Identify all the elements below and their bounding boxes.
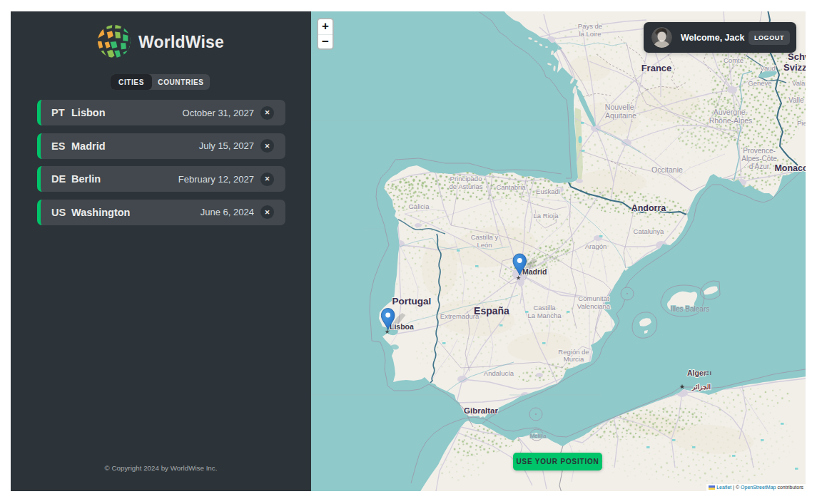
svg-text:Principado: Principado xyxy=(450,175,482,182)
svg-text:Galicia: Galicia xyxy=(408,202,430,210)
svg-text:Portugal: Portugal xyxy=(392,296,432,307)
svg-text:Monaco: Monaco xyxy=(774,163,806,173)
svg-text:de Asturias: de Asturias xyxy=(450,182,483,190)
svg-text:Murcia: Murcia xyxy=(564,355,584,363)
svg-text:Occitanie: Occitanie xyxy=(651,165,683,174)
svg-text:Lisboa: Lisboa xyxy=(390,322,414,331)
svg-text:Schwe: Schwe xyxy=(788,51,806,62)
svg-text:Provence-: Provence- xyxy=(743,147,776,155)
svg-text:Cantabria: Cantabria xyxy=(496,183,526,191)
svg-text:Gibraltar: Gibraltar xyxy=(464,406,498,415)
svg-text:Comunitat: Comunitat xyxy=(578,294,609,302)
svg-text:Vaud: Vaud xyxy=(760,64,775,72)
svg-text:Andalucía: Andalucía xyxy=(484,369,514,377)
svg-text:Aquitaine: Aquitaine xyxy=(605,111,636,120)
svg-text:Catalunya: Catalunya xyxy=(634,227,664,235)
svg-text:Comte: Comte xyxy=(724,56,744,64)
svg-text:Rhône-Alpes: Rhône-Alpes xyxy=(709,116,753,125)
svg-text:Nouvelle-: Nouvelle- xyxy=(605,103,637,111)
svg-text:Alger: Alger xyxy=(687,369,706,377)
svg-text:Valenciana: Valenciana xyxy=(577,302,611,310)
svg-text:Pays de: Pays de xyxy=(578,22,602,30)
svg-text:Castilla y: Castilla y xyxy=(471,233,499,241)
svg-text:La Mancha: La Mancha xyxy=(527,312,562,319)
svg-text:Melilla: Melilla xyxy=(530,433,547,439)
svg-text:d’Azur: d’Azur xyxy=(749,163,770,170)
svg-text:la Loire: la Loire xyxy=(579,30,601,38)
svg-text:España: España xyxy=(474,305,509,317)
svg-text:Aragón: Aragón xyxy=(585,242,607,250)
svg-text:الجزائر: الجزائر xyxy=(691,384,711,391)
svg-text:La Rioja: La Rioja xyxy=(534,212,559,220)
svg-text:Madrid: Madrid xyxy=(522,267,547,276)
svg-text:Svizze: Svizze xyxy=(783,62,806,73)
svg-text:Andorra: Andorra xyxy=(631,203,667,213)
svg-text:Euskadi: Euskadi xyxy=(536,187,560,195)
svg-text:Valle d’Aost: Valle d’Aost xyxy=(788,96,806,104)
svg-text:Alpes-Côte: Alpes-Côte xyxy=(741,155,777,163)
svg-text:Extremadura: Extremadura xyxy=(440,312,479,320)
svg-text:Illes Balears: Illes Balears xyxy=(671,305,709,313)
svg-text:Genève: Genève xyxy=(748,79,771,87)
svg-text:Piemo: Piemo xyxy=(797,119,806,127)
svg-text:Valais/Wa: Valais/Wa xyxy=(792,79,806,87)
svg-text:Castilla: Castilla xyxy=(533,304,556,312)
svg-text:León: León xyxy=(477,241,492,249)
svg-text:France: France xyxy=(641,63,672,73)
svg-text:Auvergne-: Auvergne- xyxy=(714,108,749,116)
